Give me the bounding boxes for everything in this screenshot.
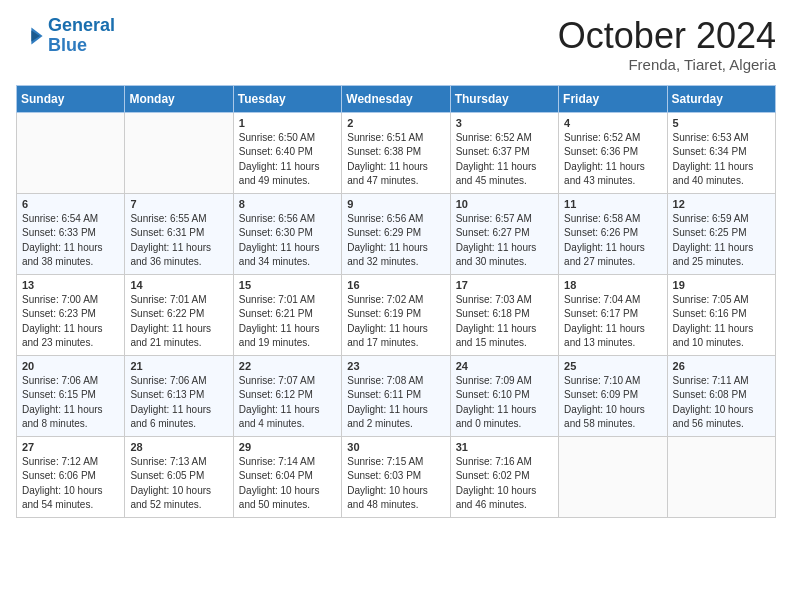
- title-block: October 2024 Frenda, Tiaret, Algeria: [558, 16, 776, 73]
- calendar-cell: 12Sunrise: 6:59 AM Sunset: 6:25 PM Dayli…: [667, 193, 775, 274]
- day-number: 31: [456, 441, 553, 453]
- calendar-cell: 29Sunrise: 7:14 AM Sunset: 6:04 PM Dayli…: [233, 436, 341, 517]
- location: Frenda, Tiaret, Algeria: [558, 56, 776, 73]
- cell-text: Sunrise: 7:14 AM Sunset: 6:04 PM Dayligh…: [239, 455, 336, 513]
- day-number: 9: [347, 198, 444, 210]
- day-number: 10: [456, 198, 553, 210]
- day-number: 23: [347, 360, 444, 372]
- day-number: 11: [564, 198, 661, 210]
- calendar-cell: 18Sunrise: 7:04 AM Sunset: 6:17 PM Dayli…: [559, 274, 667, 355]
- day-number: 7: [130, 198, 227, 210]
- calendar-cell: 23Sunrise: 7:08 AM Sunset: 6:11 PM Dayli…: [342, 355, 450, 436]
- day-number: 29: [239, 441, 336, 453]
- day-number: 2: [347, 117, 444, 129]
- calendar-header-row: SundayMondayTuesdayWednesdayThursdayFrid…: [17, 85, 776, 112]
- calendar-cell: 26Sunrise: 7:11 AM Sunset: 6:08 PM Dayli…: [667, 355, 775, 436]
- day-number: 16: [347, 279, 444, 291]
- cell-text: Sunrise: 7:01 AM Sunset: 6:21 PM Dayligh…: [239, 293, 336, 351]
- day-number: 30: [347, 441, 444, 453]
- calendar-cell: [17, 112, 125, 193]
- day-number: 1: [239, 117, 336, 129]
- logo-text: General Blue: [48, 16, 115, 56]
- day-number: 21: [130, 360, 227, 372]
- calendar-cell: 24Sunrise: 7:09 AM Sunset: 6:10 PM Dayli…: [450, 355, 558, 436]
- weekday-header: Saturday: [667, 85, 775, 112]
- page-header: General Blue October 2024 Frenda, Tiaret…: [16, 16, 776, 73]
- calendar-week-row: 6Sunrise: 6:54 AM Sunset: 6:33 PM Daylig…: [17, 193, 776, 274]
- calendar-cell: 3Sunrise: 6:52 AM Sunset: 6:37 PM Daylig…: [450, 112, 558, 193]
- logo-icon: [16, 22, 44, 50]
- day-number: 26: [673, 360, 770, 372]
- calendar-cell: 22Sunrise: 7:07 AM Sunset: 6:12 PM Dayli…: [233, 355, 341, 436]
- calendar-cell: 17Sunrise: 7:03 AM Sunset: 6:18 PM Dayli…: [450, 274, 558, 355]
- day-number: 17: [456, 279, 553, 291]
- cell-text: Sunrise: 6:50 AM Sunset: 6:40 PM Dayligh…: [239, 131, 336, 189]
- calendar-cell: 1Sunrise: 6:50 AM Sunset: 6:40 PM Daylig…: [233, 112, 341, 193]
- cell-text: Sunrise: 7:10 AM Sunset: 6:09 PM Dayligh…: [564, 374, 661, 432]
- weekday-header: Friday: [559, 85, 667, 112]
- cell-text: Sunrise: 7:04 AM Sunset: 6:17 PM Dayligh…: [564, 293, 661, 351]
- day-number: 28: [130, 441, 227, 453]
- cell-text: Sunrise: 7:15 AM Sunset: 6:03 PM Dayligh…: [347, 455, 444, 513]
- cell-text: Sunrise: 7:00 AM Sunset: 6:23 PM Dayligh…: [22, 293, 119, 351]
- calendar-cell: [667, 436, 775, 517]
- calendar-cell: 4Sunrise: 6:52 AM Sunset: 6:36 PM Daylig…: [559, 112, 667, 193]
- day-number: 18: [564, 279, 661, 291]
- cell-text: Sunrise: 7:09 AM Sunset: 6:10 PM Dayligh…: [456, 374, 553, 432]
- calendar-body: 1Sunrise: 6:50 AM Sunset: 6:40 PM Daylig…: [17, 112, 776, 517]
- calendar-cell: 20Sunrise: 7:06 AM Sunset: 6:15 PM Dayli…: [17, 355, 125, 436]
- day-number: 14: [130, 279, 227, 291]
- cell-text: Sunrise: 7:03 AM Sunset: 6:18 PM Dayligh…: [456, 293, 553, 351]
- cell-text: Sunrise: 7:06 AM Sunset: 6:13 PM Dayligh…: [130, 374, 227, 432]
- calendar-cell: 31Sunrise: 7:16 AM Sunset: 6:02 PM Dayli…: [450, 436, 558, 517]
- weekday-header: Wednesday: [342, 85, 450, 112]
- calendar-table: SundayMondayTuesdayWednesdayThursdayFrid…: [16, 85, 776, 518]
- calendar-cell: 28Sunrise: 7:13 AM Sunset: 6:05 PM Dayli…: [125, 436, 233, 517]
- cell-text: Sunrise: 7:01 AM Sunset: 6:22 PM Dayligh…: [130, 293, 227, 351]
- cell-text: Sunrise: 6:55 AM Sunset: 6:31 PM Dayligh…: [130, 212, 227, 270]
- day-number: 15: [239, 279, 336, 291]
- day-number: 20: [22, 360, 119, 372]
- cell-text: Sunrise: 6:59 AM Sunset: 6:25 PM Dayligh…: [673, 212, 770, 270]
- logo: General Blue: [16, 16, 115, 56]
- calendar-cell: 13Sunrise: 7:00 AM Sunset: 6:23 PM Dayli…: [17, 274, 125, 355]
- calendar-cell: 27Sunrise: 7:12 AM Sunset: 6:06 PM Dayli…: [17, 436, 125, 517]
- day-number: 13: [22, 279, 119, 291]
- calendar-cell: 16Sunrise: 7:02 AM Sunset: 6:19 PM Dayli…: [342, 274, 450, 355]
- cell-text: Sunrise: 7:06 AM Sunset: 6:15 PM Dayligh…: [22, 374, 119, 432]
- cell-text: Sunrise: 6:57 AM Sunset: 6:27 PM Dayligh…: [456, 212, 553, 270]
- day-number: 25: [564, 360, 661, 372]
- cell-text: Sunrise: 6:58 AM Sunset: 6:26 PM Dayligh…: [564, 212, 661, 270]
- day-number: 6: [22, 198, 119, 210]
- calendar-cell: 7Sunrise: 6:55 AM Sunset: 6:31 PM Daylig…: [125, 193, 233, 274]
- day-number: 24: [456, 360, 553, 372]
- calendar-cell: 30Sunrise: 7:15 AM Sunset: 6:03 PM Dayli…: [342, 436, 450, 517]
- calendar-cell: 19Sunrise: 7:05 AM Sunset: 6:16 PM Dayli…: [667, 274, 775, 355]
- calendar-week-row: 27Sunrise: 7:12 AM Sunset: 6:06 PM Dayli…: [17, 436, 776, 517]
- calendar-cell: 14Sunrise: 7:01 AM Sunset: 6:22 PM Dayli…: [125, 274, 233, 355]
- calendar-week-row: 20Sunrise: 7:06 AM Sunset: 6:15 PM Dayli…: [17, 355, 776, 436]
- calendar-cell: [559, 436, 667, 517]
- calendar-cell: 11Sunrise: 6:58 AM Sunset: 6:26 PM Dayli…: [559, 193, 667, 274]
- cell-text: Sunrise: 6:56 AM Sunset: 6:29 PM Dayligh…: [347, 212, 444, 270]
- calendar-cell: 5Sunrise: 6:53 AM Sunset: 6:34 PM Daylig…: [667, 112, 775, 193]
- weekday-header: Thursday: [450, 85, 558, 112]
- calendar-week-row: 1Sunrise: 6:50 AM Sunset: 6:40 PM Daylig…: [17, 112, 776, 193]
- day-number: 22: [239, 360, 336, 372]
- day-number: 5: [673, 117, 770, 129]
- month-title: October 2024: [558, 16, 776, 56]
- cell-text: Sunrise: 6:52 AM Sunset: 6:36 PM Dayligh…: [564, 131, 661, 189]
- cell-text: Sunrise: 6:56 AM Sunset: 6:30 PM Dayligh…: [239, 212, 336, 270]
- cell-text: Sunrise: 6:54 AM Sunset: 6:33 PM Dayligh…: [22, 212, 119, 270]
- cell-text: Sunrise: 7:13 AM Sunset: 6:05 PM Dayligh…: [130, 455, 227, 513]
- calendar-cell: [125, 112, 233, 193]
- weekday-header: Tuesday: [233, 85, 341, 112]
- calendar-cell: 25Sunrise: 7:10 AM Sunset: 6:09 PM Dayli…: [559, 355, 667, 436]
- calendar-week-row: 13Sunrise: 7:00 AM Sunset: 6:23 PM Dayli…: [17, 274, 776, 355]
- cell-text: Sunrise: 7:12 AM Sunset: 6:06 PM Dayligh…: [22, 455, 119, 513]
- day-number: 27: [22, 441, 119, 453]
- cell-text: Sunrise: 6:52 AM Sunset: 6:37 PM Dayligh…: [456, 131, 553, 189]
- day-number: 8: [239, 198, 336, 210]
- cell-text: Sunrise: 7:05 AM Sunset: 6:16 PM Dayligh…: [673, 293, 770, 351]
- day-number: 4: [564, 117, 661, 129]
